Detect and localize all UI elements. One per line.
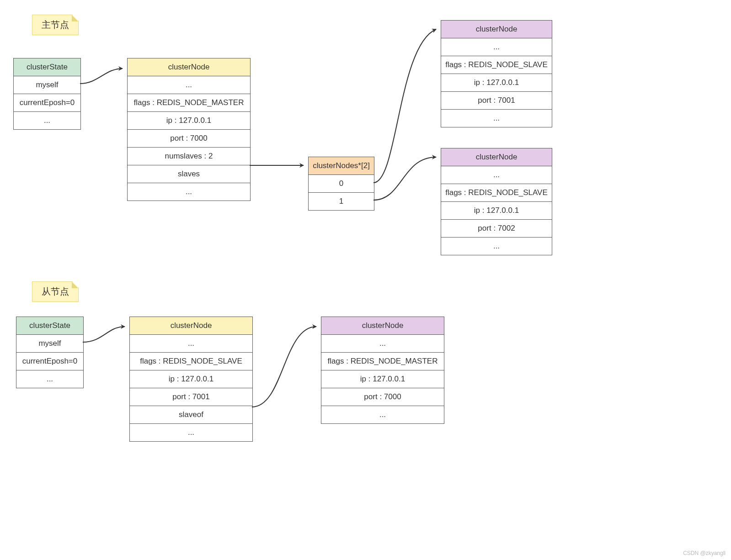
header-cluster-node: clusterNode: [130, 317, 252, 335]
header-cluster-state: clusterState: [16, 317, 83, 335]
table-slave-cluster-node: clusterNode ... flags : REDIS_NODE_SLAVE…: [129, 317, 253, 442]
row-port: port : 7000: [128, 130, 250, 148]
row-myself: myself: [16, 335, 83, 353]
table-slave-master-ref: clusterNode ... flags : REDIS_NODE_MASTE…: [321, 317, 444, 424]
row-flags: flags : REDIS_NODE_SLAVE: [130, 353, 252, 370]
watermark: CSDN @zkyangll: [683, 550, 726, 556]
row-ip: ip : 127.0.0.1: [321, 370, 444, 388]
table-slave-cluster-state: clusterState myself currentEposh=0 ...: [16, 317, 84, 388]
row-ellipsis: ...: [130, 424, 252, 441]
table-master-cluster-node: clusterNode ... flags : REDIS_NODE_MASTE…: [127, 58, 251, 201]
table-slave-node-7002: clusterNode ... flags : REDIS_NODE_SLAVE…: [441, 148, 552, 255]
row-ellipsis: ...: [14, 112, 80, 129]
row-current-epoch: currentEposh=0: [14, 94, 80, 112]
header-cluster-node: clusterNode: [441, 148, 552, 166]
arrows-layer: [0, 0, 731, 560]
row-port: port : 7002: [441, 220, 552, 238]
table-master-cluster-state: clusterState myself currentEposh=0 ...: [13, 58, 81, 130]
header-cluster-nodes-array: clusterNodes*[2]: [309, 157, 374, 175]
row-ip: ip : 127.0.0.1: [441, 74, 552, 92]
header-cluster-state: clusterState: [14, 58, 80, 76]
row-ip: ip : 127.0.0.1: [130, 370, 252, 388]
row-ellipsis: ...: [321, 406, 444, 423]
label-master-section: 主节点: [32, 15, 79, 35]
row-ellipsis: ...: [441, 38, 552, 56]
row-ellipsis: ...: [321, 335, 444, 353]
row-index-0: 0: [309, 175, 374, 193]
row-flags: flags : REDIS_NODE_SLAVE: [441, 56, 552, 74]
header-cluster-node: clusterNode: [441, 21, 552, 38]
row-index-1: 1: [309, 193, 374, 210]
label-slave-section: 从节点: [32, 281, 79, 302]
row-slaveof: slaveof: [130, 406, 252, 424]
row-myself: myself: [14, 76, 80, 94]
row-port: port : 7001: [130, 388, 252, 406]
row-port: port : 7001: [441, 92, 552, 110]
row-flags: flags : REDIS_NODE_MASTER: [128, 94, 250, 112]
row-slaves: slaves: [128, 165, 250, 183]
row-ellipsis: ...: [130, 335, 252, 353]
row-port: port : 7000: [321, 388, 444, 406]
row-flags: flags : REDIS_NODE_MASTER: [321, 353, 444, 370]
row-current-epoch: currentEposh=0: [16, 353, 83, 370]
row-ellipsis: ...: [441, 110, 552, 127]
header-cluster-node: clusterNode: [321, 317, 444, 335]
row-ellipsis: ...: [128, 76, 250, 94]
row-numslaves: numslaves : 2: [128, 148, 250, 165]
row-ellipsis: ...: [441, 166, 552, 184]
diagram-canvas: 主节点 从节点 clusterState myself currentEposh…: [0, 0, 731, 560]
table-cluster-nodes-array: clusterNodes*[2] 0 1: [308, 157, 374, 211]
table-slave-node-7001: clusterNode ... flags : REDIS_NODE_SLAVE…: [441, 20, 552, 127]
row-ip: ip : 127.0.0.1: [128, 112, 250, 130]
row-ellipsis: ...: [128, 183, 250, 201]
header-cluster-node: clusterNode: [128, 58, 250, 76]
row-ellipsis: ...: [441, 238, 552, 255]
row-ip: ip : 127.0.0.1: [441, 202, 552, 220]
row-ellipsis: ...: [16, 370, 83, 388]
row-flags: flags : REDIS_NODE_SLAVE: [441, 184, 552, 202]
